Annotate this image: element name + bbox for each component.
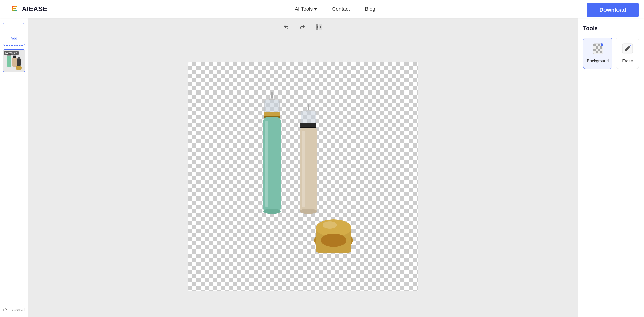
redo-button[interactable]: [297, 22, 307, 32]
svg-rect-39: [598, 44, 600, 46]
image-counter: 1/50: [3, 308, 9, 312]
erase-icon: [622, 43, 633, 56]
svg-rect-40: [596, 46, 598, 49]
erase-label: Erase: [622, 59, 633, 63]
logo[interactable]: AIEASE: [10, 4, 47, 14]
header: AIEASE AI Tools ▾ Contact Blog Download …: [0, 0, 644, 18]
svg-rect-41: [600, 46, 602, 49]
svg-rect-43: [598, 49, 600, 51]
main-layout: + Add Removed: [0, 0, 644, 317]
svg-point-49: [630, 46, 630, 47]
add-image-button[interactable]: + Add: [3, 23, 25, 46]
logo-text: AIEASE: [22, 5, 47, 13]
svg-rect-45: [600, 51, 602, 53]
svg-rect-38: [593, 44, 596, 46]
svg-rect-44: [596, 51, 598, 53]
svg-point-35: [323, 221, 337, 229]
undo-button[interactable]: [282, 22, 291, 32]
download-button[interactable]: Download: [587, 3, 639, 17]
background-icon: ✦: [592, 43, 603, 56]
clear-all-button[interactable]: Clear All: [12, 308, 25, 312]
svg-rect-27: [300, 123, 316, 127]
nav-blog[interactable]: Blog: [365, 6, 375, 12]
nav-contact[interactable]: Contact: [332, 6, 350, 12]
canvas-inner: [188, 62, 418, 291]
svg-point-31: [300, 209, 317, 214]
svg-rect-1: [7, 56, 11, 67]
removed-badge: Removed: [4, 51, 19, 55]
canvas-container: [28, 36, 578, 317]
svg-rect-18: [264, 100, 280, 114]
redo-icon: [299, 24, 305, 30]
svg-rect-4: [12, 57, 17, 67]
svg-text:✦: ✦: [601, 44, 603, 46]
sidebar-footer: 1/50 Clear All: [0, 308, 28, 312]
svg-rect-26: [301, 111, 316, 124]
svg-rect-10: [18, 57, 20, 59]
undo-icon: [283, 24, 290, 30]
svg-rect-19: [264, 112, 280, 117]
right-panel: Tools: [578, 18, 644, 317]
svg-point-51: [630, 45, 631, 46]
tool-erase[interactable]: Erase: [616, 38, 639, 69]
tool-background[interactable]: ✦ Background: [583, 38, 612, 69]
background-label: Background: [587, 59, 609, 63]
nav-ai-tools[interactable]: AI Tools ▾: [295, 6, 317, 12]
svg-rect-9: [17, 58, 21, 66]
compare-button[interactable]: [313, 21, 324, 33]
add-label: Add: [11, 36, 17, 41]
logo-icon: [10, 4, 19, 14]
svg-rect-30: [302, 131, 305, 207]
thumbnail-item[interactable]: Removed: [3, 49, 25, 72]
plus-icon: +: [12, 28, 16, 35]
svg-point-23: [263, 209, 281, 214]
panel-title: Tools: [583, 25, 639, 32]
svg-rect-22: [265, 121, 268, 207]
bottles-illustration: [234, 90, 372, 263]
main-canvas-area: [28, 18, 578, 317]
svg-rect-8: [16, 66, 22, 69]
canvas-toolbar: [282, 18, 324, 36]
main-nav: AI Tools ▾ Contact Blog: [295, 6, 375, 12]
tools-grid: ✦ Background: [583, 38, 639, 69]
svg-rect-42: [593, 49, 596, 51]
svg-point-50: [630, 47, 631, 47]
svg-point-36: [321, 234, 346, 247]
sidebar: + Add Removed: [0, 18, 28, 317]
chevron-down-icon: ▾: [314, 6, 317, 12]
product-image: [188, 62, 418, 291]
compare-icon: [315, 23, 323, 31]
